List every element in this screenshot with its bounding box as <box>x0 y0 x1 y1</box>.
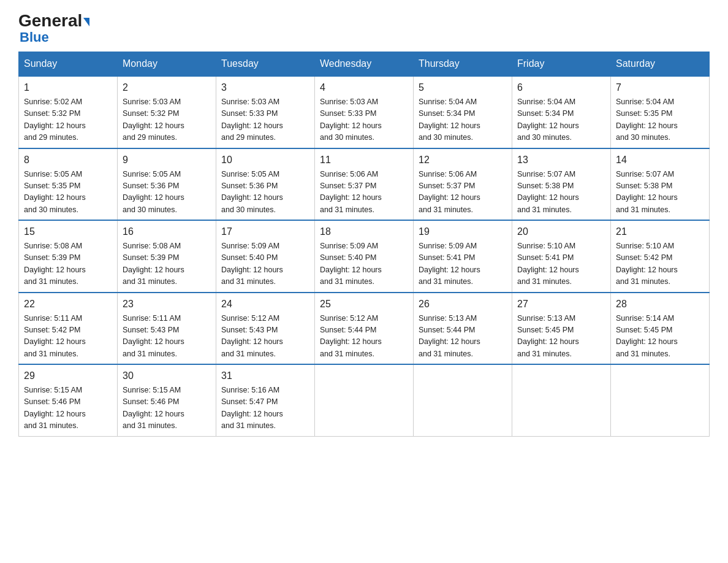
day-number: 10 <box>221 153 309 167</box>
calendar-cell: 2Sunrise: 5:03 AMSunset: 5:32 PMDaylight… <box>118 76 216 148</box>
day-info: Sunrise: 5:06 AMSunset: 5:37 PMDaylight:… <box>320 169 408 216</box>
day-number: 6 <box>517 80 605 95</box>
calendar-cell: 3Sunrise: 5:03 AMSunset: 5:33 PMDaylight… <box>216 76 315 148</box>
day-number: 7 <box>616 80 704 95</box>
day-number: 25 <box>320 297 408 312</box>
calendar-header-row: SundayMondayTuesdayWednesdayThursdayFrid… <box>19 52 710 77</box>
day-info: Sunrise: 5:13 AMSunset: 5:44 PMDaylight:… <box>419 313 507 361</box>
day-number: 29 <box>24 369 112 383</box>
day-number: 21 <box>616 224 704 239</box>
day-info: Sunrise: 5:13 AMSunset: 5:45 PMDaylight:… <box>517 313 605 361</box>
page-header: General Blue <box>18 12 710 45</box>
calendar-cell: 10Sunrise: 5:05 AMSunset: 5:36 PMDayligh… <box>216 148 315 221</box>
day-info: Sunrise: 5:07 AMSunset: 5:38 PMDaylight:… <box>517 169 605 216</box>
calendar-cell: 26Sunrise: 5:13 AMSunset: 5:44 PMDayligh… <box>414 293 512 365</box>
day-info: Sunrise: 5:09 AMSunset: 5:40 PMDaylight:… <box>320 240 408 288</box>
calendar-week-row: 8Sunrise: 5:05 AMSunset: 5:35 PMDaylight… <box>19 148 710 221</box>
day-number: 24 <box>221 297 309 312</box>
day-info: Sunrise: 5:05 AMSunset: 5:35 PMDaylight:… <box>24 169 112 216</box>
day-info: Sunrise: 5:03 AMSunset: 5:33 PMDaylight:… <box>320 96 408 144</box>
calendar-cell: 21Sunrise: 5:10 AMSunset: 5:42 PMDayligh… <box>611 220 710 293</box>
calendar-table: SundayMondayTuesdayWednesdayThursdayFrid… <box>18 52 710 437</box>
day-info: Sunrise: 5:06 AMSunset: 5:37 PMDaylight:… <box>419 169 507 216</box>
day-number: 9 <box>123 153 211 167</box>
calendar-cell: 28Sunrise: 5:14 AMSunset: 5:45 PMDayligh… <box>611 293 710 365</box>
calendar-cell: 17Sunrise: 5:09 AMSunset: 5:40 PMDayligh… <box>216 220 315 293</box>
day-number: 1 <box>24 80 112 95</box>
calendar-cell: 7Sunrise: 5:04 AMSunset: 5:35 PMDaylight… <box>611 76 710 148</box>
calendar-cell: 23Sunrise: 5:11 AMSunset: 5:43 PMDayligh… <box>118 293 216 365</box>
day-number: 27 <box>517 297 605 312</box>
day-info: Sunrise: 5:04 AMSunset: 5:34 PMDaylight:… <box>419 96 507 144</box>
calendar-cell: 29Sunrise: 5:15 AMSunset: 5:46 PMDayligh… <box>19 364 118 436</box>
day-info: Sunrise: 5:05 AMSunset: 5:36 PMDaylight:… <box>123 169 211 216</box>
logo-blue-text: Blue <box>20 29 49 45</box>
calendar-week-row: 29Sunrise: 5:15 AMSunset: 5:46 PMDayligh… <box>19 364 710 436</box>
day-number: 14 <box>616 153 704 167</box>
day-info: Sunrise: 5:03 AMSunset: 5:32 PMDaylight:… <box>123 96 211 144</box>
logo-general-text: General <box>18 11 89 30</box>
day-info: Sunrise: 5:10 AMSunset: 5:42 PMDaylight:… <box>616 240 704 288</box>
calendar-cell: 24Sunrise: 5:12 AMSunset: 5:43 PMDayligh… <box>216 293 315 365</box>
calendar-cell <box>611 364 710 436</box>
calendar-cell: 18Sunrise: 5:09 AMSunset: 5:40 PMDayligh… <box>315 220 414 293</box>
day-number: 15 <box>24 224 112 239</box>
calendar-cell: 19Sunrise: 5:09 AMSunset: 5:41 PMDayligh… <box>414 220 512 293</box>
calendar-cell <box>512 364 611 436</box>
day-info: Sunrise: 5:04 AMSunset: 5:34 PMDaylight:… <box>517 96 605 144</box>
day-info: Sunrise: 5:10 AMSunset: 5:41 PMDaylight:… <box>517 240 605 288</box>
day-number: 11 <box>320 153 408 167</box>
weekday-header-friday: Friday <box>512 52 611 77</box>
calendar-cell: 14Sunrise: 5:07 AMSunset: 5:38 PMDayligh… <box>611 148 710 221</box>
day-info: Sunrise: 5:04 AMSunset: 5:35 PMDaylight:… <box>616 96 704 144</box>
day-info: Sunrise: 5:11 AMSunset: 5:42 PMDaylight:… <box>24 313 112 361</box>
calendar-cell <box>315 364 414 436</box>
calendar-cell: 16Sunrise: 5:08 AMSunset: 5:39 PMDayligh… <box>118 220 216 293</box>
logo-general-line: General <box>18 12 89 29</box>
day-number: 5 <box>419 80 507 95</box>
day-number: 3 <box>221 80 309 95</box>
day-number: 19 <box>419 224 507 239</box>
day-info: Sunrise: 5:09 AMSunset: 5:41 PMDaylight:… <box>419 240 507 288</box>
day-number: 31 <box>221 369 309 383</box>
day-number: 20 <box>517 224 605 239</box>
day-number: 28 <box>616 297 704 312</box>
day-number: 18 <box>320 224 408 239</box>
day-info: Sunrise: 5:05 AMSunset: 5:36 PMDaylight:… <box>221 169 309 216</box>
calendar-cell: 25Sunrise: 5:12 AMSunset: 5:44 PMDayligh… <box>315 293 414 365</box>
calendar-week-row: 1Sunrise: 5:02 AMSunset: 5:32 PMDaylight… <box>19 76 710 148</box>
calendar-cell: 15Sunrise: 5:08 AMSunset: 5:39 PMDayligh… <box>19 220 118 293</box>
calendar-cell: 4Sunrise: 5:03 AMSunset: 5:33 PMDaylight… <box>315 76 414 148</box>
day-number: 26 <box>419 297 507 312</box>
calendar-cell: 22Sunrise: 5:11 AMSunset: 5:42 PMDayligh… <box>19 293 118 365</box>
day-info: Sunrise: 5:15 AMSunset: 5:46 PMDaylight:… <box>123 385 211 432</box>
day-info: Sunrise: 5:14 AMSunset: 5:45 PMDaylight:… <box>616 313 704 361</box>
calendar-cell <box>414 364 512 436</box>
day-info: Sunrise: 5:07 AMSunset: 5:38 PMDaylight:… <box>616 169 704 216</box>
day-info: Sunrise: 5:08 AMSunset: 5:39 PMDaylight:… <box>24 240 112 288</box>
calendar-week-row: 22Sunrise: 5:11 AMSunset: 5:42 PMDayligh… <box>19 293 710 365</box>
calendar-cell: 8Sunrise: 5:05 AMSunset: 5:35 PMDaylight… <box>19 148 118 221</box>
weekday-header-tuesday: Tuesday <box>216 52 315 77</box>
day-number: 30 <box>123 369 211 383</box>
calendar-cell: 27Sunrise: 5:13 AMSunset: 5:45 PMDayligh… <box>512 293 611 365</box>
day-number: 16 <box>123 224 211 239</box>
calendar-cell: 31Sunrise: 5:16 AMSunset: 5:47 PMDayligh… <box>216 364 315 436</box>
day-number: 23 <box>123 297 211 312</box>
logo-triangle-icon <box>83 18 89 26</box>
calendar-cell: 20Sunrise: 5:10 AMSunset: 5:41 PMDayligh… <box>512 220 611 293</box>
day-number: 4 <box>320 80 408 95</box>
calendar-cell: 12Sunrise: 5:06 AMSunset: 5:37 PMDayligh… <box>414 148 512 221</box>
calendar-cell: 1Sunrise: 5:02 AMSunset: 5:32 PMDaylight… <box>19 76 118 148</box>
day-number: 8 <box>24 153 112 167</box>
day-number: 17 <box>221 224 309 239</box>
calendar-cell: 6Sunrise: 5:04 AMSunset: 5:34 PMDaylight… <box>512 76 611 148</box>
calendar-cell: 9Sunrise: 5:05 AMSunset: 5:36 PMDaylight… <box>118 148 216 221</box>
day-number: 22 <box>24 297 112 312</box>
weekday-header-monday: Monday <box>118 52 216 77</box>
weekday-header-sunday: Sunday <box>19 52 118 77</box>
calendar-cell: 13Sunrise: 5:07 AMSunset: 5:38 PMDayligh… <box>512 148 611 221</box>
day-info: Sunrise: 5:08 AMSunset: 5:39 PMDaylight:… <box>123 240 211 288</box>
weekday-header-thursday: Thursday <box>414 52 512 77</box>
weekday-header-saturday: Saturday <box>611 52 710 77</box>
